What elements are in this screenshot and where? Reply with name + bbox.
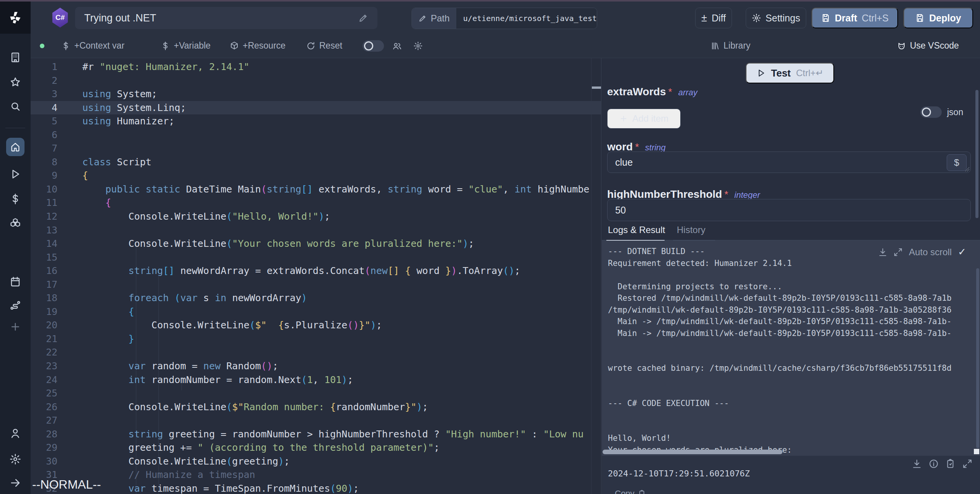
code-line-17[interactable]: 17: [31, 278, 601, 292]
code-text: Console.WriteLine("Your chosen words are…: [82, 237, 474, 251]
script-title-input[interactable]: Trying out .NET: [75, 7, 377, 29]
library-button[interactable]: Library: [710, 34, 750, 58]
word-input[interactable]: clue $: [607, 152, 971, 173]
sidebar-item-settings[interactable]: [0, 450, 31, 468]
expand-icon[interactable]: [962, 459, 972, 469]
highNumberThreshold-input[interactable]: 50: [607, 199, 971, 221]
line-number: 19: [31, 305, 57, 319]
code-line-6[interactable]: 6: [31, 128, 601, 142]
path-field[interactable]: Path u/etienne/microsoft_java_test: [412, 8, 597, 29]
sidebar-item-variables[interactable]: [0, 190, 31, 208]
code-editor[interactable]: 1#r "nuget: Humanizer, 2.14.1"23using Sy…: [31, 58, 601, 494]
editor-toolbar: +Context var +Variable +Resource Reset L…: [31, 34, 980, 58]
path-chip[interactable]: Path: [412, 8, 456, 29]
tab-logs-and-result[interactable]: Logs & Result: [608, 225, 665, 235]
sidebar-item-flows[interactable]: [0, 296, 31, 315]
deploy-button[interactable]: Deploy: [903, 8, 973, 28]
diff-button[interactable]: ± Diff: [695, 8, 732, 28]
sidebar-item-runs[interactable]: [0, 165, 31, 183]
insert-variable-button[interactable]: $: [947, 154, 967, 171]
settings-button[interactable]: Settings: [746, 8, 806, 28]
sidebar-item-schedules[interactable]: [0, 272, 31, 291]
test-button[interactable]: Test Ctrl+↵: [746, 63, 834, 83]
code-line-26[interactable]: 26 Console.WriteLine($"Random number: {r…: [31, 400, 601, 414]
code-line-20[interactable]: 20 Console.WriteLine($" {s.Pluralize()}"…: [31, 318, 601, 332]
auto-scroll-checkbox[interactable]: ✓: [958, 246, 966, 258]
logs-output[interactable]: --- DOTNET BUILD ---Requirement detected…: [602, 241, 980, 456]
toggle-knob: [364, 41, 373, 51]
dollar-icon: [161, 41, 170, 51]
edit-title-pencil-icon[interactable]: [358, 13, 368, 23]
collaborators-button[interactable]: [392, 34, 402, 58]
code-line-11[interactable]: 11 {: [31, 196, 601, 210]
download-icon[interactable]: [878, 248, 887, 257]
sidebar-item-favorites[interactable]: [0, 73, 31, 91]
code-line-10[interactable]: 10 public static DateTime Main(string[] …: [31, 183, 601, 196]
sidebar-item-search[interactable]: [0, 97, 31, 116]
code-line-1[interactable]: 1#r "nuget: Humanizer, 2.14.1": [31, 60, 601, 74]
code-line-5[interactable]: 5using Humanizer;: [31, 114, 601, 128]
sidebar-item-home[interactable]: [6, 138, 24, 156]
sidebar-item-resources[interactable]: [0, 214, 31, 233]
line-number: 24: [31, 373, 57, 387]
line-number: 25: [31, 386, 57, 400]
sidebar-item-account[interactable]: [0, 424, 31, 442]
sidebar-item-expand[interactable]: [0, 474, 31, 492]
code-line-15[interactable]: 15: [31, 251, 601, 264]
reset-button[interactable]: Reset: [306, 34, 342, 58]
code-line-29[interactable]: 29 greeting += " (according to the thres…: [31, 441, 601, 455]
code-line-24[interactable]: 24 int randomNumber = random.Next(1, 101…: [31, 373, 601, 387]
editor-settings-button[interactable]: [413, 34, 423, 58]
line-number: 26: [31, 400, 57, 414]
code-line-12[interactable]: 12 Console.WriteLine("Hello, World!");: [31, 210, 601, 223]
code-line-28[interactable]: 28 string greeting = randomNumber > high…: [31, 427, 601, 441]
json-toggle[interactable]: [920, 106, 942, 118]
code-line-30[interactable]: 30 Console.WriteLine(greeting);: [31, 455, 601, 468]
code-line-9[interactable]: 9{: [31, 169, 601, 183]
resize-handle[interactable]: [965, 167, 969, 171]
copy-result-button[interactable]: Copy: [615, 489, 646, 494]
add-variable-button[interactable]: +Variable: [161, 34, 211, 58]
code-line-2[interactable]: 2: [31, 74, 601, 88]
code-line-18[interactable]: 18 foreach (var s in newWordArray): [31, 291, 601, 305]
info-icon[interactable]: [929, 459, 939, 469]
code-line-7[interactable]: 7: [31, 142, 601, 155]
code-line-22[interactable]: 22: [31, 346, 601, 359]
code-text: class Script: [82, 155, 152, 169]
code-line-16[interactable]: 16 string[] newWordArray = extraWords.Co…: [31, 264, 601, 278]
sidebar-item-create[interactable]: [0, 318, 31, 336]
code-line-25[interactable]: 25: [31, 386, 601, 400]
sidebar-item-workspace[interactable]: [0, 48, 31, 67]
clipboard-icon[interactable]: [946, 459, 956, 469]
expand-icon[interactable]: [893, 248, 903, 257]
log-vertical-scrollbar[interactable]: [976, 268, 979, 448]
overview-ruler-cursor: [592, 86, 601, 89]
code-line-13[interactable]: 13: [31, 223, 601, 237]
diff-mode-toggle[interactable]: [363, 40, 384, 52]
line-number: 11: [31, 196, 57, 210]
add-resource-button[interactable]: +Resource: [230, 34, 286, 58]
panel-scrollbar[interactable]: [975, 90, 978, 218]
code-line-8[interactable]: 8class Script: [31, 155, 601, 169]
log-line: [608, 270, 952, 282]
add-context-var-button[interactable]: +Context var: [61, 34, 124, 58]
add-item-button[interactable]: Add item: [607, 109, 681, 129]
use-vscode-button[interactable]: Use VScode: [897, 34, 959, 58]
log-horizontal-scrollbar[interactable]: [603, 450, 782, 454]
code-line-4[interactable]: 4using System.Linq;: [31, 101, 601, 115]
code-line-3[interactable]: 3using System;: [31, 87, 601, 101]
download-icon[interactable]: [912, 459, 922, 469]
windmill-logo[interactable]: [0, 2, 31, 34]
code-line-27[interactable]: 27: [31, 414, 601, 427]
plus-icon: [10, 321, 21, 333]
draft-button[interactable]: Draft Ctrl+S: [812, 8, 898, 28]
code-line-19[interactable]: 19 {: [31, 305, 601, 319]
code-line-31[interactable]: 31 // Humanize a timespan: [31, 468, 601, 482]
code-line-23[interactable]: 23 var random = new Random();: [31, 359, 601, 373]
code-line-14[interactable]: 14 Console.WriteLine("Your chosen words …: [31, 237, 601, 251]
code-line-32[interactable]: 32 var timespan = TimeSpan.FromMinutes(9…: [31, 482, 601, 494]
plus-icon: [619, 114, 628, 123]
code-line-21[interactable]: 21 }: [31, 332, 601, 346]
tab-history[interactable]: History: [677, 225, 706, 235]
log-line: [608, 340, 952, 352]
